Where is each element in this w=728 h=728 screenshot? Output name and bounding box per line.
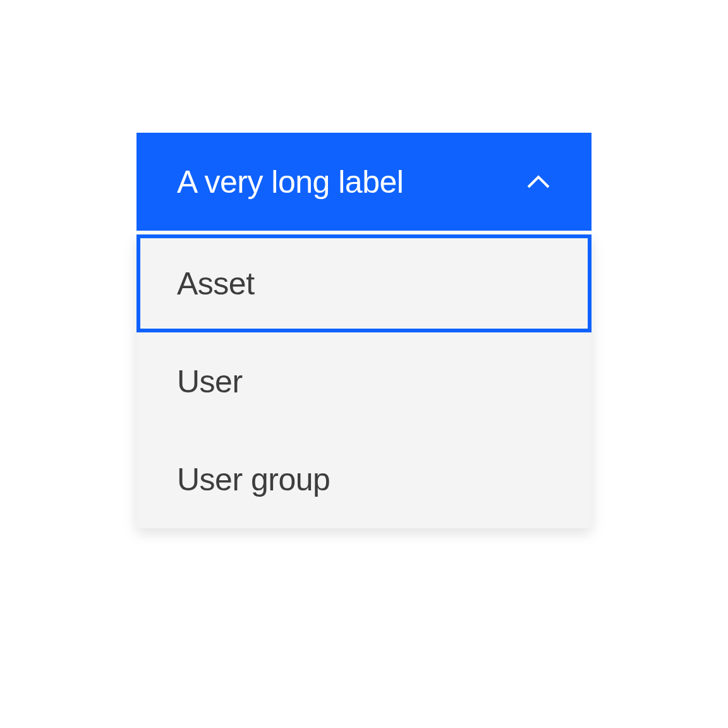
dropdown-label: A very long label xyxy=(177,164,403,200)
dropdown-menu: Asset User User group xyxy=(136,234,592,528)
dropdown-item-asset[interactable]: Asset xyxy=(136,234,592,332)
dropdown-item-user[interactable]: User xyxy=(136,332,592,430)
chevron-up-icon xyxy=(526,169,551,195)
dropdown-item-label: User group xyxy=(177,461,330,498)
dropdown-item-label: User xyxy=(177,363,243,400)
dropdown-item-label: Asset xyxy=(177,265,255,302)
dropdown-trigger[interactable]: A very long label xyxy=(136,133,592,231)
dropdown: A very long label Asset User User group xyxy=(136,133,592,528)
dropdown-item-user-group[interactable]: User group xyxy=(136,430,592,528)
